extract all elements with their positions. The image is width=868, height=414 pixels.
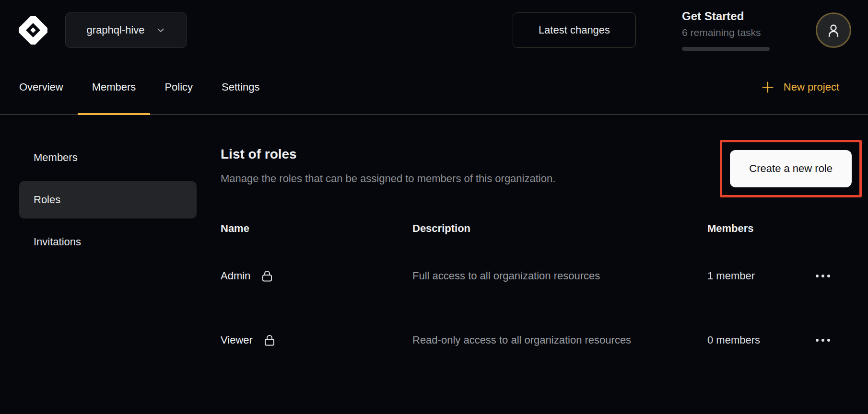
role-member-count: 1 member bbox=[707, 270, 796, 282]
roles-panel: List of roles Manage the roles that can … bbox=[221, 139, 854, 376]
chevron-down-icon bbox=[155, 25, 166, 35]
row-menu-ellipsis-button[interactable] bbox=[814, 270, 832, 282]
roles-table-header: Name Description Members bbox=[221, 197, 854, 248]
roles-heading-block: List of roles Manage the roles that can … bbox=[221, 139, 555, 186]
create-new-role-button[interactable]: Create a new role bbox=[730, 150, 852, 187]
sidebar-item-invitations[interactable]: Invitations bbox=[19, 223, 197, 261]
user-icon bbox=[825, 22, 842, 39]
sidebar-item-roles[interactable]: Roles bbox=[19, 181, 197, 218]
role-name: Admin bbox=[221, 270, 250, 282]
hive-logo-icon bbox=[17, 14, 49, 46]
column-header-description: Description bbox=[412, 222, 707, 235]
org-tabs-bar: Overview Members Policy Settings New pro… bbox=[0, 60, 868, 115]
lock-icon bbox=[261, 269, 273, 283]
table-row-admin: Admin Full access to all organization re… bbox=[221, 248, 854, 304]
tab-settings[interactable]: Settings bbox=[207, 60, 274, 114]
members-sidebar: Members Roles Invitations bbox=[19, 139, 197, 376]
table-row-viewer: Viewer Read-only access to all organizat… bbox=[221, 304, 854, 376]
tab-overview[interactable]: Overview bbox=[5, 60, 78, 114]
role-description: Read-only access to all organization res… bbox=[412, 332, 643, 348]
org-selector-dropdown[interactable]: graphql-hive bbox=[65, 12, 187, 48]
new-project-label: New project bbox=[784, 81, 839, 93]
get-started-widget[interactable]: Get Started 6 remaining tasks bbox=[682, 10, 770, 51]
user-avatar-button[interactable] bbox=[816, 12, 851, 48]
org-name: graphql-hive bbox=[86, 24, 144, 36]
get-started-progress-bar bbox=[682, 47, 770, 51]
column-header-name: Name bbox=[221, 222, 412, 235]
tab-policy[interactable]: Policy bbox=[150, 60, 207, 114]
get-started-title: Get Started bbox=[682, 10, 770, 23]
latest-changes-button[interactable]: Latest changes bbox=[513, 12, 636, 48]
page-title: List of roles bbox=[221, 146, 555, 163]
role-member-count: 0 members bbox=[707, 334, 796, 346]
sidebar-item-members[interactable]: Members bbox=[19, 139, 197, 176]
column-header-members: Members bbox=[707, 222, 796, 235]
role-description: Full access to all organization resource… bbox=[412, 268, 643, 284]
app-header: graphql-hive Latest changes Get Started … bbox=[0, 0, 868, 60]
get-started-remaining-tasks: 6 remaining tasks bbox=[682, 27, 770, 38]
new-project-button[interactable]: New project bbox=[761, 60, 839, 114]
annotation-highlight-box: Create a new role bbox=[720, 140, 862, 197]
lock-icon bbox=[263, 334, 276, 347]
row-menu-ellipsis-button[interactable] bbox=[814, 334, 832, 346]
members-page: Members Roles Invitations List of roles … bbox=[0, 115, 868, 376]
page-subtitle: Manage the roles that can be assigned to… bbox=[221, 172, 555, 186]
roles-table: Name Description Members Admin Full acce… bbox=[221, 197, 854, 376]
role-name: Viewer bbox=[221, 334, 253, 346]
tab-members[interactable]: Members bbox=[78, 60, 151, 114]
plus-icon bbox=[761, 80, 775, 94]
